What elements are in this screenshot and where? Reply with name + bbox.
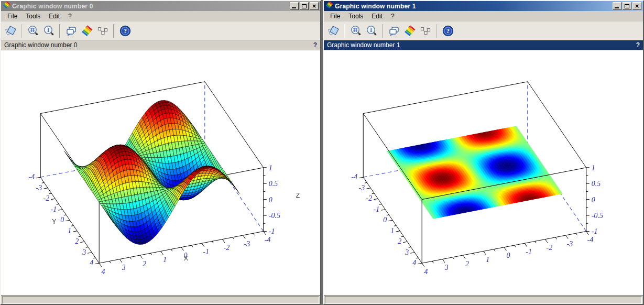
svg-text:?: ? <box>446 27 450 35</box>
svg-text:?: ? <box>124 27 127 35</box>
heatmap-plot-canvas[interactable] <box>324 50 642 295</box>
plot-area-window-0[interactable] <box>1 50 320 296</box>
toolbar-separator <box>21 24 22 38</box>
infobar-help-icon[interactable]: ? <box>313 41 317 49</box>
menu-tools[interactable]: Tools <box>344 12 367 21</box>
scilab-icon <box>3 1 10 11</box>
menu-help[interactable]: ? <box>387 12 399 21</box>
maximize-button[interactable] <box>623 2 631 10</box>
rotate-tool-button[interactable] <box>3 24 17 38</box>
menu-edit[interactable]: Edit <box>45 12 64 21</box>
minimize-icon <box>615 7 619 8</box>
menu-help[interactable]: ? <box>64 12 76 21</box>
titlebar[interactable]: Graphic window number 0 × <box>1 1 320 11</box>
surface-plot-canvas[interactable] <box>1 50 319 295</box>
desktop: Graphic window number 0 × File Tools Edi… <box>0 0 644 305</box>
toolbar-separator <box>436 24 437 38</box>
menu-tools[interactable]: Tools <box>21 12 45 21</box>
rotate-tool-button[interactable] <box>326 24 340 38</box>
menubar: File Tools Edit ? <box>324 11 643 21</box>
scilab-icon <box>325 1 333 11</box>
window-title: Graphic window number 0 <box>12 3 288 10</box>
toolbar-separator <box>59 24 60 38</box>
zoom-original-tool-button[interactable]: 1 <box>364 24 378 38</box>
window-graphic-0: Graphic window number 0 × File Tools Edi… <box>0 0 321 305</box>
status-bar <box>1 296 320 304</box>
toolbar-separator <box>344 24 345 38</box>
toolbar: 1 <box>1 21 320 40</box>
minimize-icon <box>292 7 296 8</box>
menu-file[interactable]: File <box>3 12 21 21</box>
ged-editor-tool-button[interactable] <box>387 24 401 38</box>
datatip-tool-button[interactable] <box>95 24 110 38</box>
minimize-button[interactable] <box>290 2 299 10</box>
infobar: Graphic window number 0 ? <box>1 40 320 50</box>
titlebar[interactable]: Graphic window number 1 × <box>324 1 643 11</box>
zoom-original-tool-button[interactable]: 1 <box>41 24 56 38</box>
help-tool-button[interactable]: ? <box>118 24 132 38</box>
scilab-demo-tool-button[interactable] <box>402 24 417 38</box>
maximize-button[interactable] <box>300 2 309 10</box>
svg-text:1: 1 <box>47 27 49 33</box>
svg-text:1: 1 <box>369 27 372 33</box>
ged-editor-tool-button[interactable] <box>64 24 78 38</box>
zoom-area-tool-button[interactable] <box>348 24 363 38</box>
menu-file[interactable]: File <box>326 12 344 21</box>
scilab-demo-tool-button[interactable] <box>80 24 94 38</box>
infobar: Graphic window number 1 ? <box>324 40 643 50</box>
help-tool-button[interactable]: ? <box>441 24 455 38</box>
maximize-icon <box>302 4 307 8</box>
toolbar-separator <box>113 24 114 38</box>
window-graphic-1: Graphic window number 1 × File Tools Edi… <box>323 0 644 305</box>
minimize-button[interactable] <box>613 2 621 10</box>
toolbar-separator <box>382 24 383 38</box>
maximize-icon <box>625 4 629 8</box>
status-bar <box>324 296 643 304</box>
infobar-help-icon[interactable]: ? <box>636 41 640 49</box>
plot-area-window-1[interactable] <box>324 50 643 296</box>
close-button[interactable]: × <box>310 2 319 10</box>
datatip-tool-button[interactable] <box>418 24 432 38</box>
menu-edit[interactable]: Edit <box>367 12 387 21</box>
infobar-label: Graphic window number 0 <box>4 41 313 49</box>
toolbar: 1 <box>324 21 643 40</box>
infobar-label: Graphic window number 1 <box>327 41 636 49</box>
zoom-area-tool-button[interactable] <box>26 24 40 38</box>
close-button[interactable]: × <box>632 2 641 10</box>
window-title: Graphic window number 1 <box>335 3 611 10</box>
menubar: File Tools Edit ? <box>1 11 320 21</box>
